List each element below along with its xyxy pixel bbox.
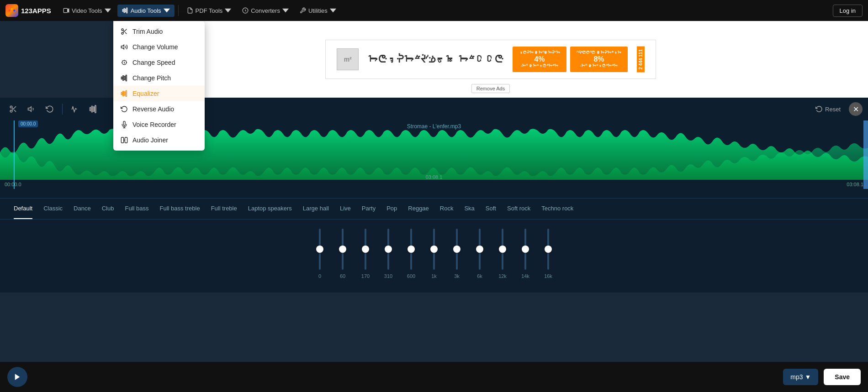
save-button[interactable]: Save [824, 369, 861, 385]
eq-tab-rock[interactable]: Rock [440, 199, 454, 219]
nav-video-tools[interactable]: Video Tools [58, 5, 116, 17]
dropdown-voice-recorder[interactable]: Voice Recorder [113, 117, 205, 132]
audio-icon [122, 7, 128, 14]
playhead: 00:00.0 [14, 120, 15, 189]
waveform-view-button[interactable] [67, 101, 83, 117]
eq-thumb[interactable] [362, 246, 369, 253]
eq-thumb[interactable] [453, 246, 460, 253]
eq-slider-6k[interactable] [475, 229, 484, 270]
svg-rect-27 [121, 137, 123, 143]
eq-slider-12k[interactable] [498, 229, 507, 270]
nav-utilities[interactable]: Utilities [295, 5, 341, 17]
eq-slider-170[interactable] [361, 229, 370, 270]
eq-tab-live[interactable]: Live [340, 199, 351, 219]
eq-tab-full-bass[interactable]: Full bass [125, 199, 148, 219]
format-selector-button[interactable]: mp3 ▼ [783, 369, 818, 385]
svg-point-1 [11, 8, 13, 10]
chevron-down-icon [105, 7, 111, 14]
video-icon [63, 7, 69, 14]
eq-band-1k: 1k [429, 229, 439, 279]
dropdown-change-pitch[interactable]: Change Pitch [113, 70, 205, 86]
dropdown-change-volume[interactable]: Change Volume [113, 39, 205, 55]
eq-thumb[interactable] [499, 246, 506, 253]
eq-tab-techno-rock[interactable]: Techno rock [541, 199, 573, 219]
dropdown-joiner-label: Audio Joiner [132, 136, 168, 144]
ad-text: ᢇᣤᢖᣒᢇᣝᣃᣚᣌᢐᢛ ᢇᣝᢗᢗᣤ [368, 53, 503, 65]
eq-slider-16k[interactable] [544, 229, 553, 270]
eq-tab-ska[interactable]: Ska [464, 199, 474, 219]
login-button[interactable]: Log in [833, 5, 863, 17]
dropdown-equalizer[interactable]: Equalizer [113, 86, 205, 101]
eq-tab-large-hall[interactable]: Large hall [303, 199, 329, 219]
svg-rect-8 [127, 8, 127, 13]
eq-slider-60[interactable] [338, 229, 347, 270]
scissors-icon [121, 28, 128, 35]
reset-button[interactable]: Reset [811, 103, 845, 115]
nav-pdf-tools[interactable]: PDF Tools [182, 5, 236, 17]
play-button[interactable] [7, 367, 27, 387]
eq-slider-0[interactable] [315, 229, 324, 270]
dropdown-trim-audio[interactable]: Trim Audio [113, 24, 205, 39]
eq-controls: 0 60 170 310 600 1k [0, 220, 868, 293]
svg-point-30 [10, 106, 12, 108]
eq-thumb[interactable] [316, 246, 323, 253]
undo-button[interactable] [42, 101, 58, 117]
eq-tab-classic[interactable]: Classic [43, 199, 63, 219]
eq-slider-1k[interactable] [429, 229, 439, 270]
volume-icon [121, 43, 128, 51]
time-start: 00:00.0 [5, 182, 21, 187]
svg-rect-37 [91, 106, 92, 112]
nav-audio-tools[interactable]: Audio Tools [117, 5, 175, 17]
eq-thumb[interactable] [476, 246, 483, 253]
eq-slider-310[interactable] [384, 229, 393, 270]
eq-band-14k: 14k [521, 229, 530, 279]
logo-icon [5, 4, 18, 17]
eq-tab-full-bass-treble[interactable]: Full bass treble [159, 199, 200, 219]
mic-icon [121, 121, 128, 128]
volume-tool-icon [27, 105, 36, 113]
eq-tab-soft[interactable]: Soft [486, 199, 496, 219]
eq-freq-label: 60 [340, 273, 345, 279]
ad-side-text: 2 444 111 [637, 47, 645, 73]
logo[interactable]: 123APPS [5, 4, 51, 17]
eq-thumb[interactable] [430, 246, 438, 253]
eq-tab-club[interactable]: Club [102, 199, 114, 219]
volume-tool-button[interactable] [24, 101, 39, 117]
eq-freq-label: 170 [361, 273, 370, 279]
eq-slider-600[interactable] [407, 229, 416, 270]
eq-tab-full-treble[interactable]: Full treble [211, 199, 237, 219]
eq-freq-label: 14k [521, 273, 529, 279]
dropdown-audio-joiner[interactable]: Audio Joiner [113, 132, 205, 148]
eq-tab-reggae[interactable]: Reggae [408, 199, 429, 219]
eq-thumb[interactable] [339, 246, 346, 253]
eq-thumb[interactable] [408, 246, 415, 253]
eq-tab-dance[interactable]: Dance [74, 199, 91, 219]
eq-slider-14k[interactable] [521, 229, 530, 270]
eq-tab-pop[interactable]: Pop [386, 199, 397, 219]
remove-ads-button[interactable]: Remove Ads [471, 84, 510, 93]
svg-rect-5 [122, 10, 123, 12]
dropdown-change-speed[interactable]: Change Speed [113, 55, 205, 70]
eq-tab-party[interactable]: Party [362, 199, 376, 219]
bottom-bar: mp3 ▼ Save [0, 362, 868, 392]
play-icon [13, 373, 21, 381]
close-button[interactable]: ✕ [849, 102, 863, 116]
eq-thumb[interactable] [545, 246, 552, 253]
chevron-down-icon [164, 7, 170, 14]
eq-view-button[interactable] [85, 101, 101, 117]
eq-tab-default[interactable]: Default [14, 199, 32, 219]
svg-marker-35 [28, 107, 32, 112]
eq-band-12k: 12k [498, 229, 507, 279]
eq-freq-label: 310 [384, 273, 392, 279]
eq-thumb[interactable] [522, 246, 529, 253]
dropdown-reverse-audio[interactable]: Reverse Audio [113, 101, 205, 117]
eq-tab-laptop[interactable]: Laptop speakers [248, 199, 292, 219]
eq-freq-label: 3k [454, 273, 460, 279]
pitch-icon [121, 74, 128, 82]
eq-tab-soft-rock[interactable]: Soft rock [507, 199, 530, 219]
eq-slider-3k[interactable] [452, 229, 461, 270]
nav-converters[interactable]: Converters [238, 5, 293, 17]
eq-thumb[interactable] [385, 246, 392, 253]
eq-freq-label: 1k [431, 273, 437, 279]
cut-tool-button[interactable] [5, 101, 21, 117]
